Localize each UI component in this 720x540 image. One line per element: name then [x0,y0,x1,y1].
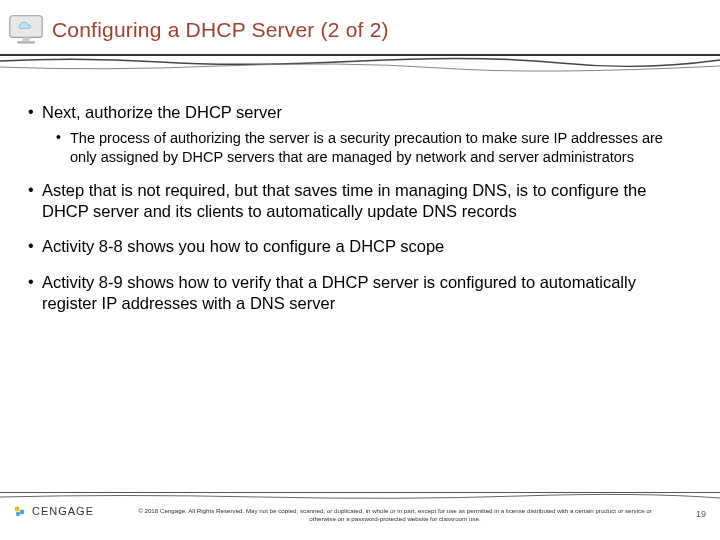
slide-title: Configuring a DHCP Server (2 of 2) [52,18,389,42]
bullet-text: The process of authorizing the server is… [70,130,663,165]
brand-name: CENGAGE [32,505,94,517]
bullet-text: Activity 8-8 shows you how to configure … [42,237,444,255]
bullet-text: Activity 8-9 shows how to verify that a … [42,273,636,312]
svg-rect-1 [22,37,29,41]
copyright-text: © 2018 Cengage. All Rights Reserved. May… [130,507,660,523]
title-underline-decor [0,55,720,79]
bullet-level2: The process of authorizing the server is… [56,129,692,166]
bullet-text: Next, authorize the DHCP server [42,103,282,121]
page-number: 19 [696,509,706,519]
slide-body: Next, authorize the DHCP server The proc… [0,56,720,314]
svg-point-4 [20,510,25,515]
slide-header: Configuring a DHCP Server (2 of 2) [0,0,720,56]
brand-logo: CENGAGE [12,503,94,519]
svg-point-5 [16,512,20,516]
svg-point-3 [15,507,20,512]
bullet-level1: Next, authorize the DHCP server The proc… [28,102,692,166]
bullet-level1: Activity 8-8 shows you how to configure … [28,236,692,257]
cengage-mark-icon [12,503,28,519]
footer-rule-decor [0,487,720,495]
bullet-text: Astep that is not required, but that sav… [42,181,646,220]
svg-rect-2 [17,41,35,44]
bullet-level1: Activity 8-9 shows how to verify that a … [28,272,692,314]
slide-footer: CENGAGE © 2018 Cengage. All Rights Reser… [0,492,720,540]
bullet-level1: Astep that is not required, but that sav… [28,180,692,222]
cloud-monitor-icon [8,14,44,46]
